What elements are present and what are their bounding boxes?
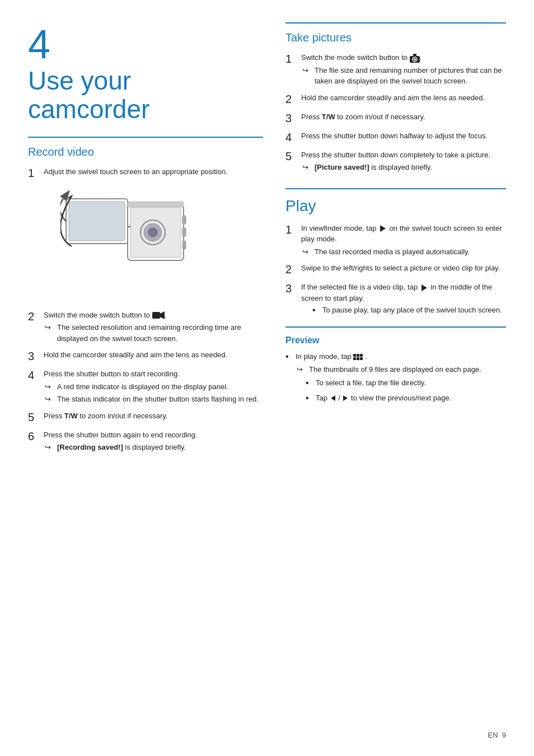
footer-page: 9 — [502, 731, 506, 739]
take-step-1-content: Switch the mode switch button to . ↪ The… — [301, 52, 506, 87]
record-step-1: 1 Adjust the swivel touch screen to an a… — [28, 166, 263, 304]
play-arrow-icon — [380, 225, 386, 232]
step-2-text: Switch the mode switch button to . — [44, 310, 263, 321]
preview-sub-bullet-2: • Tap / to view the previous/next page. — [306, 393, 481, 404]
step-6-note: ↪ [Recording saved!] is displayed briefl… — [44, 442, 263, 453]
svg-rect-9 — [182, 216, 186, 224]
play-step-num-1: 1 — [285, 223, 296, 236]
play-step-1-text: In viewfinder mode, tap on the swivel to… — [301, 223, 506, 245]
play-steps: 1 In viewfinder mode, tap on the swivel … — [285, 223, 506, 320]
take-step-num-5: 5 — [285, 150, 296, 163]
play-step-1-note: ↪ The last recorded media is played auto… — [301, 246, 506, 258]
play-step-2-content: Swipe to the left/rights to select a pic… — [301, 263, 506, 275]
take-step-5-text: Press the shutter button down completely… — [301, 150, 506, 161]
step-num-4: 4 — [28, 368, 38, 382]
preview-note-1-text: The thumbnails of 9 files are displayed … — [309, 364, 481, 375]
right-column: Take pictures 1 Switch the mode switch b… — [285, 22, 506, 460]
take-step-1-note-text: The file size and remaining number of pi… — [315, 65, 506, 87]
take-step-4-text: Press the shutter button down halfway to… — [301, 130, 506, 142]
preview-note-1: ↪ The thumbnails of 9 files are displaye… — [296, 364, 481, 375]
arrow-icon-preview-1: ↪ — [297, 364, 306, 375]
step-2-content: Switch the mode switch button to . ↪ The… — [44, 310, 263, 344]
step-6-content: Press the shutter button again to end re… — [44, 430, 263, 453]
arrow-icon: ↪ — [45, 322, 54, 333]
back-icon-preview — [331, 395, 335, 401]
record-step-4: 4 Press the shutter button to start reco… — [28, 368, 263, 405]
step-4-content: Press the shutter button to start record… — [44, 368, 263, 405]
step-5-text: Press T/W to zoom in/out if necessary. — [44, 410, 263, 422]
record-video-title: Record video — [28, 146, 263, 158]
play-step-num-3: 3 — [285, 282, 296, 295]
arrow-icon-4: ↪ — [45, 442, 54, 453]
play-divider — [285, 188, 506, 189]
preview-sub-bullets: • To select a file, tap the file directl… — [296, 377, 481, 404]
take-step-num-2: 2 — [285, 92, 296, 106]
chapter-title: 4 Use your camcorder — [28, 22, 263, 123]
preview-text-after: . — [365, 352, 367, 361]
preview-title: Preview — [285, 335, 506, 346]
take-step-2: 2 Hold the camcorder steadily and aim th… — [285, 92, 506, 106]
take-pictures-divider — [285, 22, 506, 24]
bullet-dot-p2: • — [306, 393, 311, 404]
take-step-1-note: ↪ The file size and remaining number of … — [301, 65, 506, 87]
svg-rect-11 — [182, 241, 186, 249]
take-step-num-1: 1 — [285, 52, 296, 66]
preview-sub-bullet-2-text: Tap / to view the previous/next page. — [316, 393, 451, 404]
record-video-divider — [28, 137, 263, 138]
svg-marker-14 — [160, 311, 165, 319]
step-6-note-text: [Recording saved!] is displayed briefly. — [57, 442, 263, 453]
step-num-1: 1 — [28, 166, 38, 180]
arrow-icon-6: ↪ — [302, 162, 311, 173]
preview-bullet-main: • In play mode, tap . ↪ — [285, 351, 506, 408]
svg-rect-8 — [128, 202, 184, 207]
preview-sub-bullet-1: • To select a file, tap the file directl… — [306, 377, 481, 389]
step-1-text: Adjust the swivel touch screen to an app… — [44, 166, 263, 178]
take-step-2-text: Hold the camcorder steadily and aim the … — [301, 92, 506, 104]
record-step-2: 2 Switch the mode switch button to . ↪ T… — [28, 310, 263, 344]
step-4-text: Press the shutter button to start record… — [44, 368, 263, 380]
step-4-note-2-text: The status indicator on the shutter butt… — [57, 394, 263, 405]
play-step-3-bullets: • To pause play, tap any place of the sw… — [301, 305, 506, 316]
play-icon-preview — [343, 395, 348, 401]
step-4-note-1: ↪ A red time indicator is displayed on t… — [44, 381, 263, 393]
take-step-5: 5 Press the shutter button down complete… — [285, 150, 506, 173]
play-arrow-icon-2 — [421, 284, 427, 291]
play-step-3-text: If the selected file is a video clip, ta… — [301, 282, 506, 304]
take-step-2-content: Hold the camcorder steadily and aim the … — [301, 92, 506, 105]
take-step-5-note: ↪ [Picture saved!] is displayed briefly. — [301, 162, 506, 173]
camcorder-diagram — [60, 188, 195, 294]
step-num-2: 2 — [28, 310, 38, 323]
step-2-note-text: The selected resolution and remaining re… — [57, 322, 263, 344]
bullet-dot-preview: • — [285, 351, 291, 363]
step-3-content: Hold the camcorder steadily and aim the … — [44, 349, 263, 362]
step-num-3: 3 — [28, 349, 38, 363]
step-3-text: Hold the camcorder steadily and aim the … — [44, 349, 263, 361]
arrow-icon-7: ↪ — [302, 246, 311, 258]
preview-bullets: • In play mode, tap . ↪ — [285, 351, 506, 408]
svg-point-7 — [148, 228, 157, 237]
take-step-num-4: 4 — [285, 130, 296, 144]
page-footer: EN 9 — [488, 731, 506, 739]
preview-divider — [285, 326, 506, 328]
take-step-3-content: Press T/W to zoom in/out if necessary. — [301, 111, 506, 124]
preview-sub-bullet-1-text: To select a file, tap the file directly. — [316, 377, 426, 389]
svg-point-18 — [414, 58, 416, 60]
play-step-3: 3 If the selected file is a video clip, … — [285, 282, 506, 320]
take-pictures-title: Take pictures — [285, 31, 506, 44]
svg-rect-10 — [182, 228, 186, 236]
take-step-4-content: Press the shutter button down halfway to… — [301, 130, 506, 143]
take-step-num-3: 3 — [285, 111, 296, 125]
play-title: Play — [285, 197, 506, 215]
play-step-2-text: Swipe to the left/rights to select a pic… — [301, 263, 506, 274]
arrow-icon-5: ↪ — [302, 65, 311, 76]
take-step-1: 1 Switch the mode switch button to . — [285, 52, 506, 87]
take-step-3: 3 Press T/W to zoom in/out if necessary. — [285, 111, 506, 125]
record-step-5: 5 Press T/W to zoom in/out if necessary. — [28, 410, 263, 424]
play-bullet-1: • To pause play, tap any place of the sw… — [312, 305, 506, 316]
play-step-3-content: If the selected file is a video clip, ta… — [301, 282, 506, 320]
take-pictures-steps: 1 Switch the mode switch button to . — [285, 52, 506, 173]
play-step-2: 2 Swipe to the left/rights to select a p… — [285, 263, 506, 276]
arrow-icon-3: ↪ — [45, 394, 54, 405]
svg-rect-13 — [152, 312, 160, 319]
left-column: 4 Use your camcorder Record video 1 Adju… — [28, 22, 263, 460]
